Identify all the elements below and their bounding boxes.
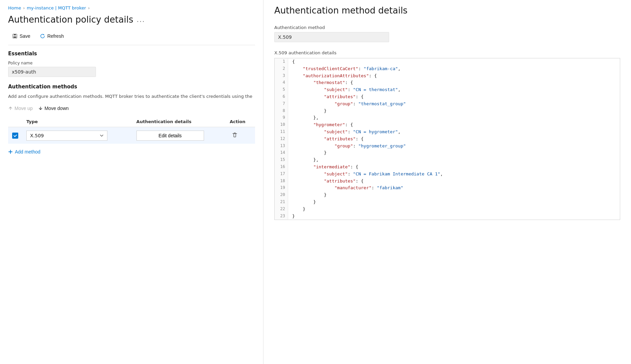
line-content: } bbox=[288, 149, 331, 157]
line-number: 12 bbox=[275, 136, 288, 143]
arrow-up-icon bbox=[8, 106, 13, 111]
code-line: 11 "subject": "CN = hygrometer", bbox=[275, 129, 620, 136]
line-content: { bbox=[288, 58, 299, 65]
right-panel-title: Authentication method details bbox=[274, 5, 620, 16]
code-line: 7 "group": "thermostat_group" bbox=[275, 101, 620, 108]
line-content: "group": "thermostat_group" bbox=[288, 101, 410, 108]
page-title-area: Authentication policy details ... bbox=[8, 15, 255, 25]
row-auth-details-cell: Edit details bbox=[132, 127, 226, 144]
col-type: Type bbox=[22, 116, 132, 127]
line-number: 21 bbox=[275, 199, 288, 206]
line-content: "attributes": { bbox=[288, 178, 368, 185]
line-content: "manufacturer": "fabrikam" bbox=[288, 185, 407, 192]
svg-rect-1 bbox=[14, 34, 16, 35]
toolbar: Save Refresh bbox=[8, 31, 255, 45]
edit-details-button[interactable]: Edit details bbox=[136, 131, 204, 141]
line-number: 22 bbox=[275, 206, 288, 213]
code-block: 1{2 "trustedClientCaCert": "fabrikam-ca"… bbox=[274, 58, 620, 220]
line-number: 23 bbox=[275, 213, 288, 220]
line-number: 2 bbox=[275, 65, 288, 73]
col-checkbox bbox=[8, 116, 22, 127]
line-number: 4 bbox=[275, 79, 288, 86]
line-number: 10 bbox=[275, 121, 288, 129]
code-line: 17 "subject": "CN = Fabrikam Intermediat… bbox=[275, 171, 620, 178]
line-number: 17 bbox=[275, 171, 288, 178]
code-line: 15 }, bbox=[275, 157, 620, 164]
policy-name-label: Policy name bbox=[8, 61, 255, 65]
left-panel: Home › my-instance | MQTT broker › Authe… bbox=[0, 0, 263, 364]
svg-rect-2 bbox=[14, 36, 16, 38]
code-line: 5 "subject": "CN = thermostat", bbox=[275, 86, 620, 93]
line-content: "group": "hygrometer_group" bbox=[288, 143, 410, 150]
row-checkbox-cell[interactable] bbox=[8, 127, 22, 144]
code-line: 13 "group": "hygrometer_group" bbox=[275, 143, 620, 150]
more-options-icon[interactable]: ... bbox=[137, 16, 145, 24]
auth-methods-title: Authentication methods bbox=[8, 84, 255, 90]
policy-name-value: x509-auth bbox=[8, 67, 96, 77]
arrow-down-icon bbox=[38, 106, 43, 111]
code-line: 9 }, bbox=[275, 114, 620, 121]
line-number: 6 bbox=[275, 93, 288, 101]
save-button[interactable]: Save bbox=[8, 31, 34, 41]
breadcrumb-sep-1: › bbox=[23, 6, 25, 10]
chevron-down-icon bbox=[100, 134, 104, 138]
row-checkbox[interactable] bbox=[12, 133, 18, 139]
breadcrumb-home[interactable]: Home bbox=[8, 5, 21, 10]
line-number: 9 bbox=[275, 114, 288, 121]
code-line: 1{ bbox=[275, 58, 620, 65]
code-line: 2 "trustedClientCaCert": "fabrikam-ca", bbox=[275, 65, 620, 73]
code-line: 12 "attributes": { bbox=[275, 136, 620, 143]
line-number: 8 bbox=[275, 108, 288, 115]
code-line: 8 } bbox=[275, 108, 620, 115]
code-line: 4 "thermostat": { bbox=[275, 79, 620, 86]
line-content: "subject": "CN = hygrometer", bbox=[288, 129, 405, 136]
breadcrumb: Home › my-instance | MQTT broker › bbox=[8, 5, 255, 10]
code-line: 19 "manufacturer": "fabrikam" bbox=[275, 185, 620, 192]
breadcrumb-sep-2: › bbox=[88, 6, 90, 10]
refresh-button[interactable]: Refresh bbox=[36, 31, 68, 41]
code-line: 18 "attributes": { bbox=[275, 178, 620, 185]
table-row: X.509 Edit details bbox=[8, 127, 255, 144]
line-content: } bbox=[288, 213, 299, 220]
save-icon bbox=[12, 33, 18, 39]
line-content: "subject": "CN = Fabrikam Intermediate C… bbox=[288, 171, 447, 178]
move-down-button[interactable]: Move down bbox=[38, 104, 69, 112]
auth-method-value: X.509 bbox=[274, 32, 389, 42]
line-content: "attributes": { bbox=[288, 136, 368, 143]
auth-methods-section: Authentication methods Add and configure… bbox=[8, 84, 255, 157]
refresh-label: Refresh bbox=[47, 33, 64, 39]
move-up-button[interactable]: Move up bbox=[8, 104, 33, 112]
line-number: 14 bbox=[275, 149, 288, 157]
line-content: "attributes": { bbox=[288, 93, 368, 101]
essentials-title: Essentials bbox=[8, 51, 255, 57]
row-action-cell bbox=[226, 127, 255, 144]
refresh-icon bbox=[40, 33, 45, 39]
methods-table: Type Authentication details Action bbox=[8, 116, 255, 144]
line-number: 5 bbox=[275, 86, 288, 93]
code-line: 10 "hygrometer": { bbox=[275, 121, 620, 129]
add-method-button[interactable]: Add method bbox=[8, 146, 41, 157]
save-label: Save bbox=[20, 33, 30, 39]
type-dropdown[interactable]: X.509 bbox=[26, 131, 107, 141]
line-number: 7 bbox=[275, 101, 288, 108]
line-number: 18 bbox=[275, 178, 288, 185]
code-line: 14 } bbox=[275, 149, 620, 157]
delete-button[interactable] bbox=[230, 130, 240, 141]
code-line: 23} bbox=[275, 213, 620, 220]
line-number: 1 bbox=[275, 58, 288, 65]
trash-icon bbox=[232, 132, 238, 138]
code-line: 16 "intermediate": { bbox=[275, 164, 620, 171]
line-content: }, bbox=[288, 114, 323, 121]
breadcrumb-instance[interactable]: my-instance | MQTT broker bbox=[27, 5, 86, 10]
type-value: X.509 bbox=[30, 133, 44, 138]
line-number: 19 bbox=[275, 185, 288, 192]
essentials-section: Essentials Policy name x509-auth bbox=[8, 51, 255, 77]
code-line: 22 } bbox=[275, 206, 620, 213]
line-number: 20 bbox=[275, 192, 288, 199]
line-content: "intermediate": { bbox=[288, 164, 362, 171]
col-auth-details: Authentication details bbox=[132, 116, 226, 127]
line-content: "hygrometer": { bbox=[288, 121, 357, 129]
auth-details-label: X.509 authentication details bbox=[274, 50, 620, 55]
add-method-label: Add method bbox=[15, 149, 41, 155]
plus-icon bbox=[8, 149, 13, 154]
